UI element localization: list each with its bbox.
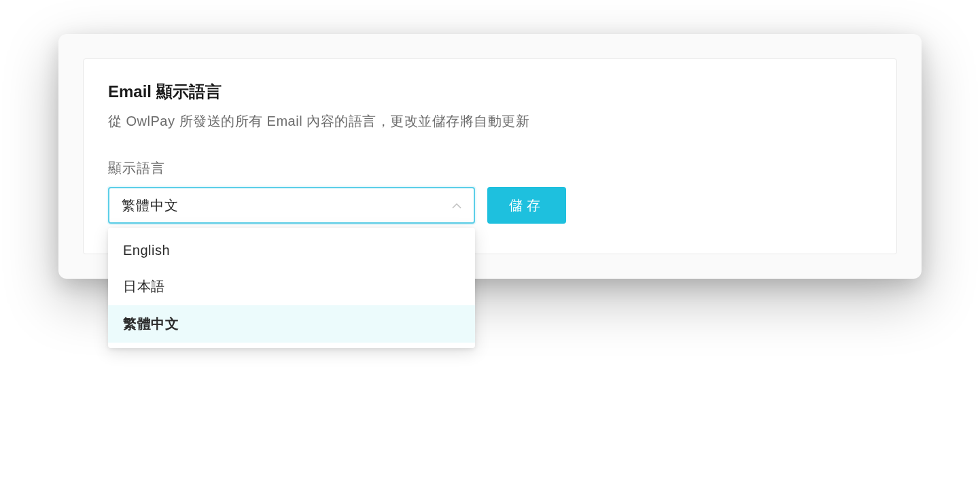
select-wrap: 繁體中文 English 日本語 繁體中文 [108, 187, 475, 224]
save-button[interactable]: 儲存 [487, 187, 566, 224]
email-language-card: Email 顯示語言 從 OwlPay 所發送的所有 Email 內容的語言，更… [83, 58, 897, 254]
select-value: 繁體中文 [122, 196, 179, 215]
card-description: 從 OwlPay 所發送的所有 Email 內容的語言，更改並儲存將自動更新 [108, 112, 872, 131]
settings-panel: Email 顯示語言 從 OwlPay 所發送的所有 Email 內容的語言，更… [58, 34, 922, 279]
language-select[interactable]: 繁體中文 [108, 187, 475, 224]
language-option-english[interactable]: English [108, 233, 475, 268]
card-title: Email 顯示語言 [108, 81, 872, 103]
controls-row: 繁體中文 English 日本語 繁體中文 儲存 [108, 187, 872, 224]
chevron-up-icon [452, 201, 461, 210]
language-option-traditional-chinese[interactable]: 繁體中文 [108, 305, 475, 343]
language-dropdown: English 日本語 繁體中文 [108, 228, 475, 348]
field-label: 顯示語言 [108, 159, 872, 177]
language-option-japanese[interactable]: 日本語 [108, 268, 475, 305]
